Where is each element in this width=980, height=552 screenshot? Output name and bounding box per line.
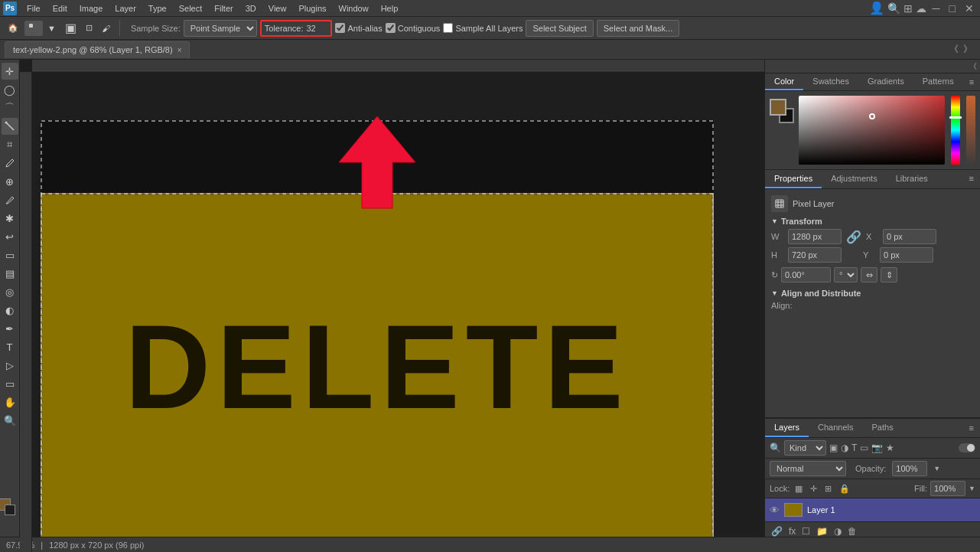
blend-mode-select[interactable]: Normal [770,461,846,476]
layer-filter-select[interactable]: Kind [784,440,826,456]
alpha-slider[interactable] [966,96,975,165]
select-subject-btn[interactable]: Select Subject [526,20,593,37]
menu-layer[interactable]: Layer [109,2,142,15]
tab-paths[interactable]: Paths [863,419,903,437]
filter-type-icon[interactable]: T [851,443,857,453]
magic-wand-tool[interactable] [2,118,18,135]
tab-channels[interactable]: Channels [809,419,862,437]
layers-more[interactable]: ≡ [963,420,980,436]
layer-filter-toggle[interactable] [959,443,975,452]
panel-collapse-icon[interactable]: 《 [969,61,977,71]
panel-collapse-left[interactable]: 《 [949,43,959,56]
filter-effects-icon[interactable]: ★ [886,443,894,453]
width-input[interactable] [788,229,842,244]
panel-collapse-right[interactable]: 》 [963,43,972,56]
layer-item[interactable]: 👁 Layer 1 [765,498,980,521]
ellipse-select-tool[interactable]: ◯ [2,81,18,98]
lasso-tool[interactable]: ⌒ [2,100,18,116]
rotation-input[interactable] [781,267,831,283]
fill-arrow[interactable]: ▼ [969,485,975,492]
tolerance-input[interactable] [306,24,327,33]
document-tab[interactable]: text-yellow-2.png @ 68% (Layer 1, RGB/8)… [5,41,190,58]
sample-all-layers-checkbox[interactable]: Sample All Layers [443,23,523,33]
menu-3d[interactable]: 3D [240,2,262,15]
account-icon[interactable]: 👤 [869,1,884,15]
filter-shape-icon[interactable]: ▭ [860,443,868,453]
heal-tool[interactable]: ⊕ [2,173,18,190]
clone-stamp-tool[interactable]: ✱ [2,210,18,227]
lock-all-icon[interactable]: 🔒 [837,483,852,495]
align-distribute-title[interactable]: ▼ Align and Distribute [771,289,974,298]
chain-link-icon[interactable]: 🔗 [846,230,861,244]
menu-select[interactable]: Select [174,2,208,15]
color-tab-more[interactable]: ≡ [963,74,980,90]
tab-close-btn[interactable]: × [177,46,182,54]
filter-pixel-icon[interactable]: ▣ [829,443,838,453]
select-mask-btn[interactable]: Select and Mask... [597,20,680,37]
flip-v-btn[interactable]: ⇕ [881,267,897,283]
shape-tool[interactable]: ▭ [2,375,18,392]
minimize-btn[interactable]: ─ [930,2,943,15]
y-input[interactable] [880,247,933,263]
x-input[interactable] [883,229,936,244]
eraser-tool[interactable]: ▭ [2,247,18,263]
anti-alias-checkbox[interactable]: Anti-alias [335,23,382,33]
brush-tool-btn[interactable]: 🖌 [99,22,113,34]
gradient-tool[interactable]: ▤ [2,265,18,282]
dodge-tool[interactable]: ◐ [2,302,18,318]
pen-tool[interactable]: ✒ [2,320,18,337]
brush-tool[interactable] [2,191,18,208]
type-tool[interactable]: T [2,338,18,355]
tab-properties[interactable]: Properties [765,170,822,188]
hue-slider[interactable] [951,96,960,165]
color-tab-color[interactable]: Color [765,73,803,90]
filter-sm-icon[interactable]: 📷 [871,443,883,453]
color-gradient-box[interactable] [799,96,945,165]
tab-layers[interactable]: Layers [765,419,809,437]
rotation-units-select[interactable]: ° [834,267,858,283]
quick-sel-btn[interactable]: ▣ [62,19,80,37]
menu-filter[interactable]: Filter [209,2,238,15]
lock-artboards-icon[interactable]: ⊞ [822,483,834,495]
transform-section-title[interactable]: ▼ Transform [771,217,974,226]
menu-help[interactable]: Help [376,2,404,15]
history-brush-tool[interactable]: ↩ [2,228,18,245]
tool-option-arrow[interactable]: ▼ [44,21,59,36]
properties-more[interactable]: ≡ [963,170,980,188]
foreground-swatch[interactable] [770,99,786,116]
color-tab-gradients[interactable]: Gradients [858,73,913,90]
color-tab-patterns[interactable]: Patterns [913,73,963,90]
opacity-arrow[interactable]: ▼ [933,465,940,472]
menu-window[interactable]: Window [334,2,374,15]
menu-type[interactable]: Type [143,2,172,15]
lock-pixels-icon[interactable]: ▦ [793,483,805,495]
home-button[interactable]: 🏠 [5,21,21,34]
contiguous-checkbox[interactable]: Contiguous [386,23,441,33]
tab-libraries[interactable]: Libraries [887,170,937,188]
menu-edit[interactable]: Edit [47,2,73,15]
opacity-input[interactable] [892,461,927,476]
lock-position-icon[interactable]: ✛ [808,483,819,495]
path-select-tool[interactable]: ▷ [2,357,18,374]
magic-wand-btn[interactable] [24,21,43,36]
menu-plugins[interactable]: Plugins [293,2,331,15]
sample-size-select[interactable]: Point Sample [184,20,257,37]
arrange-icon[interactable]: ⊞ [903,2,913,15]
color-tab-swatches[interactable]: Swatches [803,73,858,90]
crop-tool[interactable]: ⌗ [2,136,18,153]
fill-input[interactable] [930,481,965,496]
hand-tool[interactable]: ✋ [2,394,18,410]
maximize-btn[interactable]: □ [946,2,959,15]
height-input[interactable] [788,247,842,263]
object-sel-btn[interactable]: ⊡ [83,21,96,34]
menu-view[interactable]: View [263,2,292,15]
layer-visibility-icon[interactable]: 👁 [770,505,780,516]
eyedropper-tool[interactable] [2,155,18,171]
search-icon[interactable]: 🔍 [887,2,900,15]
canvas-area[interactable]: DELETE [20,60,764,552]
menu-image[interactable]: Image [74,2,109,15]
cloud-icon[interactable]: ☁ [916,2,926,15]
close-btn[interactable]: ✕ [962,2,977,15]
zoom-tool[interactable]: 🔍 [2,412,18,429]
filter-adj-icon[interactable]: ◑ [841,443,848,453]
